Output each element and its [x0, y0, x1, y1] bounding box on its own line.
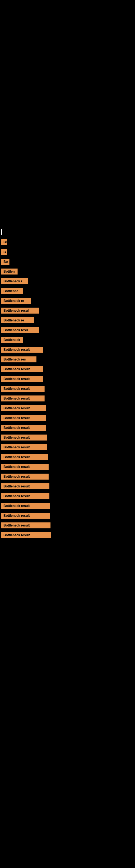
- bottleneck-bar-19: Bottleneck result: [1, 415, 46, 421]
- bottleneck-bar-25: Bottleneck result: [1, 474, 49, 479]
- bottleneck-bar-15: Bottleneck result: [1, 376, 43, 382]
- bottleneck-bar-7: Bottleneck re: [1, 298, 31, 304]
- bottleneck-bar-29: Bottleneck result: [1, 513, 50, 519]
- bottleneck-bar-31: Bottleneck result: [1, 532, 51, 538]
- bottleneck-bar-21: Bottleneck result: [1, 435, 47, 440]
- bar-row-6: Bottlenec: [0, 287, 135, 295]
- cursor-area: [0, 226, 135, 237]
- bar-row-31: Bottleneck result: [0, 531, 135, 539]
- bottleneck-bar-27: Bottleneck result: [1, 493, 49, 499]
- bottleneck-bar-17: Bottleneck result: [1, 396, 45, 401]
- bar-row-20: Bottleneck result: [0, 424, 135, 432]
- bottleneck-bar-5: Bottleneck r: [1, 278, 28, 284]
- bottleneck-bar-11: Bottleneck: [1, 337, 23, 343]
- bar-row-17: Bottleneck result: [0, 395, 135, 402]
- bottleneck-bar-24: Bottleneck result: [1, 464, 49, 470]
- bar-row-10: Bottleneck resu: [0, 326, 135, 334]
- bar-row-26: Bottleneck result: [0, 483, 135, 490]
- bar-row-25: Bottleneck result: [0, 473, 135, 480]
- bottleneck-bar-30: Bottleneck result: [1, 522, 50, 528]
- bottleneck-bar-14: Bottleneck result: [1, 366, 43, 372]
- top-black-section: [0, 4, 135, 226]
- bar-row-23: Bottleneck result: [0, 453, 135, 461]
- bar-row-12: Bottleneck result: [0, 346, 135, 353]
- bar-row-2: B: [0, 248, 135, 256]
- bar-row-24: Bottleneck result: [0, 463, 135, 471]
- bar-row-5: Bottleneck r: [0, 278, 135, 285]
- bar-row-4: Bottlen: [0, 268, 135, 275]
- bottleneck-bar-8: Bottleneck resul: [1, 308, 39, 314]
- bars-container: BoBBoBottlenBottleneck rBottlenecBottlen…: [0, 239, 135, 539]
- bottleneck-bar-1: Bo: [1, 239, 7, 245]
- bottleneck-bar-28: Bottleneck result: [1, 503, 50, 509]
- bottleneck-bar-12: Bottleneck result: [1, 347, 43, 352]
- site-title: [0, 0, 135, 4]
- bar-row-1: Bo: [0, 239, 135, 246]
- bottleneck-bar-23: Bottleneck result: [1, 454, 48, 460]
- bar-row-28: Bottleneck result: [0, 502, 135, 510]
- bar-row-11: Bottleneck: [0, 336, 135, 344]
- bottleneck-bar-18: Bottleneck result: [1, 405, 46, 411]
- bar-row-21: Bottleneck result: [0, 434, 135, 441]
- bar-row-13: Bottleneck res: [0, 355, 135, 363]
- bottleneck-bar-9: Bottleneck re: [1, 317, 34, 323]
- bottleneck-bar-20: Bottleneck result: [1, 425, 46, 431]
- bottleneck-bar-13: Bottleneck res: [1, 356, 37, 362]
- bar-row-3: Bo: [0, 258, 135, 266]
- bar-row-27: Bottleneck result: [0, 492, 135, 500]
- bottleneck-bar-16: Bottleneck result: [1, 386, 45, 392]
- bottleneck-bar-10: Bottleneck resu: [1, 327, 39, 333]
- bar-row-30: Bottleneck result: [0, 522, 135, 529]
- bottleneck-bar-3: Bo: [1, 259, 9, 265]
- bar-row-15: Bottleneck result: [0, 375, 135, 383]
- bottleneck-bar-4: Bottlen: [1, 269, 17, 275]
- bottleneck-bar-22: Bottleneck result: [1, 444, 47, 450]
- bar-row-16: Bottleneck result: [0, 385, 135, 393]
- bar-row-19: Bottleneck result: [0, 414, 135, 422]
- bottleneck-bar-2: B: [1, 249, 7, 255]
- bottleneck-bar-6: Bottlenec: [1, 288, 23, 294]
- bar-row-29: Bottleneck result: [0, 512, 135, 520]
- bar-row-8: Bottleneck resul: [0, 307, 135, 314]
- bar-row-7: Bottleneck re: [0, 297, 135, 305]
- bar-row-14: Bottleneck result: [0, 365, 135, 373]
- bar-row-9: Bottleneck re: [0, 316, 135, 324]
- bar-row-22: Bottleneck result: [0, 443, 135, 451]
- bottleneck-bar-26: Bottleneck result: [1, 484, 49, 489]
- bar-row-18: Bottleneck result: [0, 404, 135, 412]
